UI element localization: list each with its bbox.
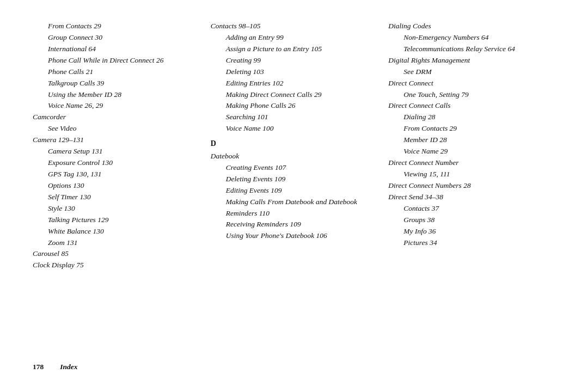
index-entry-sub: Voice Name 100: [211, 123, 378, 134]
index-entry-main: Clock Display 75: [33, 260, 200, 271]
index-entry-sub: Making Direct Connect Calls 29: [211, 89, 378, 101]
index-entry-sub: Viewing 15, 111: [388, 169, 555, 180]
index-entry-sub: Creating Events 107: [211, 162, 378, 174]
index-entry-sub: Phone Call While in Direct Connect 26: [33, 55, 200, 66]
index-entry-sub: Searching 101: [211, 112, 378, 123]
index-entry-main: Direct Connect Number: [388, 157, 555, 169]
index-entry-main: Contacts 98–105: [211, 21, 378, 32]
index-entry-sub: Zoom 131: [33, 237, 200, 249]
index-column-col3: Dialing CodesNon-Emergency Numbers 64Tel…: [383, 21, 555, 357]
index-entry-sub: Using Your Phone's Datebook 106: [211, 230, 378, 242]
index-entry-sub: My Info 36: [388, 226, 555, 237]
index-entry-sub: Talking Pictures 129: [33, 215, 200, 226]
index-entry-sub: Phone Calls 21: [33, 66, 200, 78]
index-entry-sub: Making Phone Calls 26: [211, 100, 378, 112]
index-entry-sub: Non-Emergency Numbers 64: [388, 32, 555, 44]
index-entry-main: Direct Connect Calls: [388, 100, 555, 112]
index-entry-sub: Group Connect 30: [33, 32, 200, 44]
index-entry-sub: See DRM: [388, 66, 555, 78]
index-entry-sub: Receiving Reminders 109: [211, 219, 378, 230]
index-entry-sub: Style 130: [33, 203, 200, 215]
index-entry-sub: Pictures 34: [388, 237, 555, 249]
index-entry-sub: Contacts 37: [388, 203, 555, 215]
index-entry-sub: Options 130: [33, 180, 200, 192]
index-columns: From Contacts 29Group Connect 30Internat…: [33, 21, 555, 357]
index-entry-sub: Camera Setup 131: [33, 146, 200, 157]
index-entry-sub: Member ID 28: [388, 134, 555, 146]
index-entry-sub: See Video: [33, 123, 200, 134]
index-entry-sub: International 64: [33, 44, 200, 55]
section-letter: D: [211, 138, 378, 150]
index-entry-sub: Adding an Entry 99: [211, 32, 378, 44]
index-entry-sub: Exposure Control 130: [33, 157, 200, 169]
index-entry-sub: GPS Tag 130, 131: [33, 169, 200, 180]
index-entry-main: Camera 129–131: [33, 134, 200, 146]
index-entry-sub: Self Timer 130: [33, 192, 200, 203]
footer-section-label: Index: [60, 363, 77, 371]
index-entry-main: Dialing Codes: [388, 21, 555, 32]
index-entry-sub: Voice Name 26, 29: [33, 100, 200, 112]
index-entry-sub: Groups 38: [388, 215, 555, 226]
index-entry-sub: Deleting 103: [211, 66, 378, 78]
index-entry-sub: Talkgroup Calls 39: [33, 78, 200, 89]
index-entry-main: Direct Connect Numbers 28: [388, 180, 555, 192]
index-entry-sub: Telecommunications Relay Service 64: [388, 44, 555, 55]
index-entry-main: Carousel 85: [33, 248, 200, 260]
index-entry-sub: Editing Events 109: [211, 185, 378, 197]
index-column-col1: From Contacts 29Group Connect 30Internat…: [33, 21, 205, 357]
index-entry-main: Digital Rights Management: [388, 55, 555, 66]
index-entry-sub: Deleting Events 109: [211, 174, 378, 185]
index-entry-sub: One Touch, Setting 79: [388, 89, 555, 101]
index-entry-sub: White Balance 130: [33, 226, 200, 237]
index-entry-sub: Using the Member ID 28: [33, 89, 200, 101]
index-entry-sub: From Contacts 29: [388, 123, 555, 134]
index-entry-sub: Dialing 28: [388, 112, 555, 123]
index-entry-sub: Making Calls From Datebook and Datebook …: [211, 197, 378, 219]
index-entry-main: Direct Connect: [388, 78, 555, 89]
footer-page-number: 178: [33, 363, 44, 371]
index-entry-sub: Voice Name 29: [388, 146, 555, 157]
footer: 178 Index: [33, 357, 555, 371]
index-entry-main: Camcorder: [33, 112, 200, 123]
index-entry-sub: Creating 99: [211, 55, 378, 66]
index-entry-sub: Editing Entries 102: [211, 78, 378, 89]
index-entry-main: Direct Send 34–38: [388, 192, 555, 203]
index-entry-sub: From Contacts 29: [33, 21, 200, 32]
index-entry-sub: Assign a Picture to an Entry 105: [211, 44, 378, 55]
index-entry-main: Datebook: [211, 151, 378, 162]
page: From Contacts 29Group Connect 30Internat…: [0, 0, 588, 392]
index-column-col2: Contacts 98–105Adding an Entry 99Assign …: [205, 21, 383, 357]
